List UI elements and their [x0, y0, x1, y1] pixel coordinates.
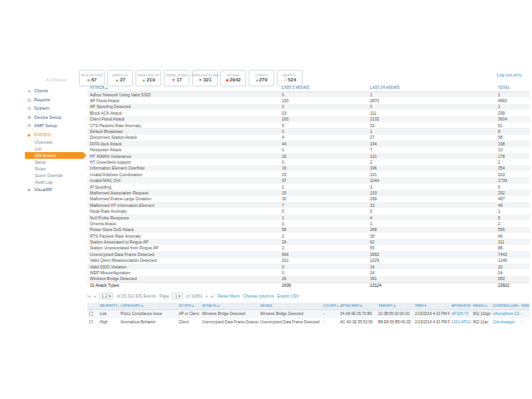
- summary-cell: 7: [279, 202, 367, 208]
- last-page-button[interactable]: ▸|: [211, 293, 214, 298]
- summary-cell: Client Flood Attack: [87, 116, 279, 122]
- column-header-scope-[interactable]: SCOPE ▴: [177, 303, 200, 310]
- column-header-attack-[interactable]: ATTACK ▴: [87, 84, 279, 91]
- summary-cell: 33: [367, 122, 495, 128]
- sidebar-item-reports[interactable]: ▤Reports: [25, 96, 83, 105]
- summary-cell: 3: [367, 184, 495, 190]
- link-export-csv[interactable]: Export CSV: [278, 293, 299, 298]
- logout-link[interactable]: Log out jerry: [496, 72, 522, 77]
- table-row: Information Element Overflow16196354: [87, 165, 530, 171]
- sidebar-item-ids-events[interactable]: IDS Events: [25, 152, 83, 159]
- summary-cell: 1: [367, 91, 495, 97]
- next-page-button[interactable]: ▸: [206, 293, 209, 298]
- summary-cell: Station Unassociated from Rogue AP: [87, 245, 279, 251]
- row-checkbox[interactable]: [89, 320, 93, 324]
- event-cell[interactable]: Chuckwagon: [491, 318, 520, 327]
- summary-cell: HT Greenfield support: [87, 159, 279, 165]
- sidebar-item-list[interactable]: List: [25, 145, 83, 152]
- table-row: Malformed Frame Large Duration30299467: [87, 196, 530, 202]
- summary-cell: 1: [495, 91, 530, 97]
- summary-total-cell: 13124: [367, 282, 495, 288]
- table-row: AP Spoofing Detected001: [87, 104, 530, 110]
- prev-page-button[interactable]: ◂: [94, 293, 96, 298]
- link-choose-columns[interactable]: Choose columns: [243, 293, 273, 298]
- sidebar-item-system[interactable]: ⚙System: [25, 104, 83, 113]
- summary-cell: Invalid Address Combination: [87, 171, 279, 177]
- summary-cell: 178: [495, 153, 530, 159]
- summary-cell: 2: [367, 159, 495, 165]
- column-header-last-2-hours[interactable]: LAST 2 HOURS: [279, 84, 367, 91]
- summary-cell: 20: [495, 264, 530, 269]
- widget-count: 17: [176, 77, 182, 82]
- summary-cell: 200: [279, 116, 367, 122]
- sidebar-item-clients[interactable]: ●Clients: [25, 86, 83, 96]
- widget-value: ▲27: [115, 77, 126, 82]
- summary-cell: 15: [279, 190, 367, 195]
- first-page-button[interactable]: |◂: [87, 293, 91, 298]
- summary-cell: 26: [279, 276, 367, 282]
- summary-cell: 292: [495, 190, 530, 195]
- summary-cell: 1029: [367, 258, 495, 264]
- summary-cell: 230: [279, 97, 367, 103]
- sidebar-item-audit-log[interactable]: Audit Log: [25, 179, 83, 185]
- column-header-time-[interactable]: TIME ▾: [413, 303, 450, 310]
- event-cell[interactable]: ethersphere-1322-lab: [491, 310, 520, 318]
- summary-cell: 14: [367, 269, 495, 275]
- sidebar-item-setup[interactable]: Setup: [25, 159, 83, 165]
- summary-cell: 55: [367, 245, 495, 251]
- column-header-target-[interactable]: TARGET ▴: [377, 303, 413, 310]
- event-cell: 2/19/2016 4:33 PM PST: [413, 318, 450, 327]
- summary-cell: 28: [367, 233, 495, 239]
- page-number-dropdown[interactable]: 1 ▾: [172, 293, 183, 299]
- column-header-total[interactable]: TOTAL: [495, 84, 530, 91]
- column-header-ssid-[interactable]: SSID ▴: [520, 303, 530, 310]
- sidebar-item-amp-setup[interactable]: ⚒AMP Setup: [25, 121, 83, 131]
- column-header-last-24-hours[interactable]: LAST 24 HOURS: [367, 84, 495, 91]
- table-row: Station Unassociated from Rogue AP15588: [87, 245, 530, 251]
- summary-cell: 97: [279, 177, 367, 183]
- row-checkbox[interactable]: [89, 312, 93, 316]
- sidebar-item-label: VisualRF: [34, 187, 52, 192]
- sidebar-item-rules[interactable]: Rules: [25, 165, 83, 172]
- summary-cell: 44: [279, 140, 367, 146]
- sidebar-item-score-override[interactable]: Score Override: [25, 172, 83, 179]
- device-setup-nav-icon: ✚: [27, 115, 32, 120]
- column-header-attack-[interactable]: ATTACK ▴: [200, 303, 259, 310]
- summary-cell: 8: [495, 128, 530, 134]
- summary-total-cell: 31 Attack Types: [87, 282, 279, 288]
- column-header-severity-[interactable]: SEVERITY ▴: [98, 303, 119, 310]
- summary-cell: Unencrypted Data Frame Detected: [87, 251, 279, 257]
- summary-cell: Disconnect Station Attack: [87, 135, 279, 140]
- wired-down-icon: ▼: [171, 77, 175, 82]
- widget-value: ⊕67: [87, 77, 97, 82]
- column-header-ap-device-[interactable]: AP/DEVICE ▴: [450, 303, 471, 310]
- summary-cell: Malformed Association Request: [87, 190, 279, 195]
- rows-range-dropdown[interactable]: 1-2 ▾: [99, 293, 113, 299]
- event-cell[interactable]: AP105-70: [450, 310, 471, 318]
- widget-value: ◆2942: [225, 77, 240, 82]
- column-header-count-[interactable]: COUNT ▴: [322, 303, 338, 310]
- ids-events-table: SEVERITY ▴CATEGORY ▴SCOPE ▴ATTACK ▴DETAI…: [87, 303, 530, 327]
- column-header-attacker-[interactable]: ATTACKER ▴: [338, 303, 377, 310]
- table-row: Omerta Attack012: [87, 220, 530, 226]
- sidebar-item-rapids[interactable]: ◉RAPIDS: [25, 131, 83, 140]
- link-reset-filters[interactable]: Reset filters: [218, 293, 239, 298]
- summary-cell: 33: [367, 202, 495, 208]
- event-cell: Anomalous Behavior: [119, 318, 177, 327]
- pagination-bar: |◂◂1-2 ▾of 25,322 IDS EventsPage1 ▾of 12…: [87, 293, 530, 299]
- sidebar-item-visualrf[interactable]: ◈VisualRF: [25, 185, 83, 195]
- sidebar-item-device-setup[interactable]: ✚Device Setup: [25, 113, 83, 122]
- summary-cell: HT 40MHz Intolerance: [87, 153, 279, 159]
- sidebar-item-overview[interactable]: Overview: [25, 139, 83, 145]
- summary-cell: Invalid MAC OUI: [87, 177, 279, 183]
- summary-cell: 203: [495, 171, 530, 177]
- event-cell: Unencrypted Data Frame Detected: [200, 318, 259, 327]
- table-row: Default Broadcast018: [87, 128, 530, 134]
- column-header-radio-[interactable]: RADIO ▴: [471, 303, 491, 310]
- column-header-controller-[interactable]: CONTROLLER ▴: [491, 303, 520, 310]
- column-header-category-[interactable]: CATEGORY ▴: [119, 303, 177, 310]
- column-header-detail[interactable]: DETAIL: [259, 303, 322, 310]
- summary-cell: 0: [279, 220, 367, 226]
- event-cell[interactable]: 1341.AP110: [450, 318, 471, 327]
- event-cell: Client: [177, 318, 200, 327]
